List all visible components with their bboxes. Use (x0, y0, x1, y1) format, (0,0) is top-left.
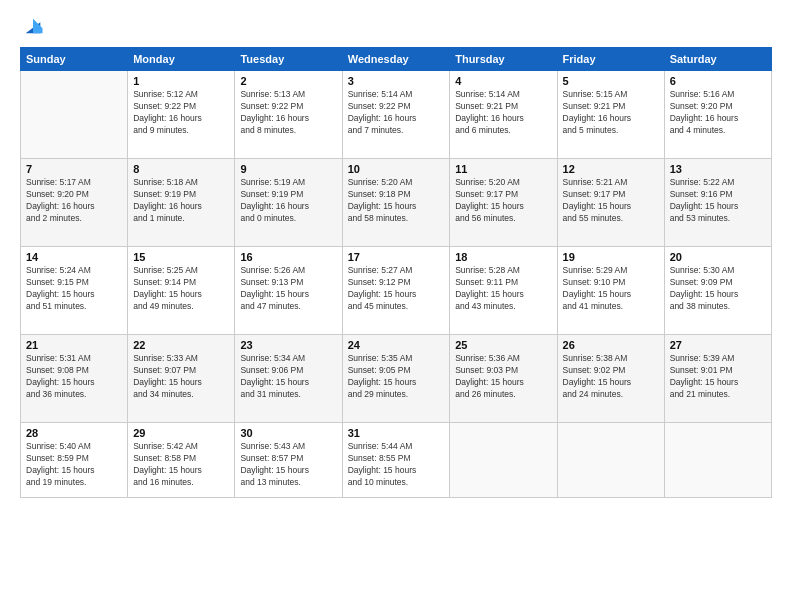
day-info: Sunrise: 5:20 AM Sunset: 9:17 PM Dayligh… (455, 177, 551, 225)
day-number: 16 (240, 251, 336, 263)
day-number: 24 (348, 339, 445, 351)
day-info: Sunrise: 5:38 AM Sunset: 9:02 PM Dayligh… (563, 353, 659, 401)
calendar-cell: 3Sunrise: 5:14 AM Sunset: 9:22 PM Daylig… (342, 71, 450, 159)
day-info: Sunrise: 5:27 AM Sunset: 9:12 PM Dayligh… (348, 265, 445, 313)
weekday-header-tuesday: Tuesday (235, 48, 342, 71)
calendar-week-row: 1Sunrise: 5:12 AM Sunset: 9:22 PM Daylig… (21, 71, 772, 159)
day-number: 1 (133, 75, 229, 87)
day-info: Sunrise: 5:29 AM Sunset: 9:10 PM Dayligh… (563, 265, 659, 313)
day-number: 27 (670, 339, 766, 351)
day-info: Sunrise: 5:40 AM Sunset: 8:59 PM Dayligh… (26, 441, 122, 489)
day-number: 20 (670, 251, 766, 263)
day-info: Sunrise: 5:31 AM Sunset: 9:08 PM Dayligh… (26, 353, 122, 401)
calendar-cell: 9Sunrise: 5:19 AM Sunset: 9:19 PM Daylig… (235, 159, 342, 247)
day-info: Sunrise: 5:19 AM Sunset: 9:19 PM Dayligh… (240, 177, 336, 225)
day-info: Sunrise: 5:22 AM Sunset: 9:16 PM Dayligh… (670, 177, 766, 225)
calendar-cell: 12Sunrise: 5:21 AM Sunset: 9:17 PM Dayli… (557, 159, 664, 247)
day-info: Sunrise: 5:33 AM Sunset: 9:07 PM Dayligh… (133, 353, 229, 401)
calendar-cell (21, 71, 128, 159)
calendar-table: SundayMondayTuesdayWednesdayThursdayFrid… (20, 47, 772, 498)
header (20, 15, 772, 37)
calendar-cell (450, 423, 557, 498)
calendar-cell: 8Sunrise: 5:18 AM Sunset: 9:19 PM Daylig… (128, 159, 235, 247)
day-number: 10 (348, 163, 445, 175)
weekday-header-saturday: Saturday (664, 48, 771, 71)
day-info: Sunrise: 5:12 AM Sunset: 9:22 PM Dayligh… (133, 89, 229, 137)
day-info: Sunrise: 5:42 AM Sunset: 8:58 PM Dayligh… (133, 441, 229, 489)
calendar-cell: 25Sunrise: 5:36 AM Sunset: 9:03 PM Dayli… (450, 335, 557, 423)
calendar-week-row: 28Sunrise: 5:40 AM Sunset: 8:59 PM Dayli… (21, 423, 772, 498)
day-number: 30 (240, 427, 336, 439)
day-number: 12 (563, 163, 659, 175)
day-info: Sunrise: 5:28 AM Sunset: 9:11 PM Dayligh… (455, 265, 551, 313)
day-number: 7 (26, 163, 122, 175)
calendar-cell: 4Sunrise: 5:14 AM Sunset: 9:21 PM Daylig… (450, 71, 557, 159)
day-number: 9 (240, 163, 336, 175)
weekday-header-friday: Friday (557, 48, 664, 71)
calendar-cell: 19Sunrise: 5:29 AM Sunset: 9:10 PM Dayli… (557, 247, 664, 335)
calendar-cell: 17Sunrise: 5:27 AM Sunset: 9:12 PM Dayli… (342, 247, 450, 335)
day-number: 29 (133, 427, 229, 439)
day-number: 19 (563, 251, 659, 263)
weekday-header-thursday: Thursday (450, 48, 557, 71)
day-info: Sunrise: 5:35 AM Sunset: 9:05 PM Dayligh… (348, 353, 445, 401)
day-info: Sunrise: 5:20 AM Sunset: 9:18 PM Dayligh… (348, 177, 445, 225)
day-number: 11 (455, 163, 551, 175)
logo (20, 15, 44, 37)
calendar-cell: 11Sunrise: 5:20 AM Sunset: 9:17 PM Dayli… (450, 159, 557, 247)
calendar-week-row: 14Sunrise: 5:24 AM Sunset: 9:15 PM Dayli… (21, 247, 772, 335)
day-info: Sunrise: 5:34 AM Sunset: 9:06 PM Dayligh… (240, 353, 336, 401)
day-number: 6 (670, 75, 766, 87)
calendar-cell (664, 423, 771, 498)
weekday-header-sunday: Sunday (21, 48, 128, 71)
calendar-cell: 26Sunrise: 5:38 AM Sunset: 9:02 PM Dayli… (557, 335, 664, 423)
calendar-cell: 7Sunrise: 5:17 AM Sunset: 9:20 PM Daylig… (21, 159, 128, 247)
logo-icon (22, 15, 44, 37)
day-info: Sunrise: 5:18 AM Sunset: 9:19 PM Dayligh… (133, 177, 229, 225)
calendar-cell: 23Sunrise: 5:34 AM Sunset: 9:06 PM Dayli… (235, 335, 342, 423)
day-number: 26 (563, 339, 659, 351)
day-number: 28 (26, 427, 122, 439)
calendar-cell (557, 423, 664, 498)
day-info: Sunrise: 5:16 AM Sunset: 9:20 PM Dayligh… (670, 89, 766, 137)
calendar-cell: 14Sunrise: 5:24 AM Sunset: 9:15 PM Dayli… (21, 247, 128, 335)
calendar-cell: 28Sunrise: 5:40 AM Sunset: 8:59 PM Dayli… (21, 423, 128, 498)
day-info: Sunrise: 5:17 AM Sunset: 9:20 PM Dayligh… (26, 177, 122, 225)
day-number: 2 (240, 75, 336, 87)
day-info: Sunrise: 5:25 AM Sunset: 9:14 PM Dayligh… (133, 265, 229, 313)
day-number: 4 (455, 75, 551, 87)
day-info: Sunrise: 5:30 AM Sunset: 9:09 PM Dayligh… (670, 265, 766, 313)
day-info: Sunrise: 5:21 AM Sunset: 9:17 PM Dayligh… (563, 177, 659, 225)
day-info: Sunrise: 5:43 AM Sunset: 8:57 PM Dayligh… (240, 441, 336, 489)
day-number: 22 (133, 339, 229, 351)
calendar-cell: 29Sunrise: 5:42 AM Sunset: 8:58 PM Dayli… (128, 423, 235, 498)
calendar-cell: 21Sunrise: 5:31 AM Sunset: 9:08 PM Dayli… (21, 335, 128, 423)
day-info: Sunrise: 5:26 AM Sunset: 9:13 PM Dayligh… (240, 265, 336, 313)
weekday-header-row: SundayMondayTuesdayWednesdayThursdayFrid… (21, 48, 772, 71)
svg-marker-1 (33, 19, 43, 34)
day-number: 3 (348, 75, 445, 87)
page: SundayMondayTuesdayWednesdayThursdayFrid… (0, 0, 792, 612)
calendar-cell: 2Sunrise: 5:13 AM Sunset: 9:22 PM Daylig… (235, 71, 342, 159)
calendar-cell: 20Sunrise: 5:30 AM Sunset: 9:09 PM Dayli… (664, 247, 771, 335)
calendar-cell: 16Sunrise: 5:26 AM Sunset: 9:13 PM Dayli… (235, 247, 342, 335)
day-number: 14 (26, 251, 122, 263)
calendar-cell: 24Sunrise: 5:35 AM Sunset: 9:05 PM Dayli… (342, 335, 450, 423)
day-number: 13 (670, 163, 766, 175)
day-info: Sunrise: 5:36 AM Sunset: 9:03 PM Dayligh… (455, 353, 551, 401)
day-info: Sunrise: 5:24 AM Sunset: 9:15 PM Dayligh… (26, 265, 122, 313)
day-info: Sunrise: 5:14 AM Sunset: 9:22 PM Dayligh… (348, 89, 445, 137)
weekday-header-monday: Monday (128, 48, 235, 71)
day-info: Sunrise: 5:13 AM Sunset: 9:22 PM Dayligh… (240, 89, 336, 137)
calendar-week-row: 21Sunrise: 5:31 AM Sunset: 9:08 PM Dayli… (21, 335, 772, 423)
day-number: 8 (133, 163, 229, 175)
calendar-cell: 6Sunrise: 5:16 AM Sunset: 9:20 PM Daylig… (664, 71, 771, 159)
calendar-week-row: 7Sunrise: 5:17 AM Sunset: 9:20 PM Daylig… (21, 159, 772, 247)
calendar-cell: 31Sunrise: 5:44 AM Sunset: 8:55 PM Dayli… (342, 423, 450, 498)
day-info: Sunrise: 5:15 AM Sunset: 9:21 PM Dayligh… (563, 89, 659, 137)
calendar-cell: 1Sunrise: 5:12 AM Sunset: 9:22 PM Daylig… (128, 71, 235, 159)
calendar-cell: 30Sunrise: 5:43 AM Sunset: 8:57 PM Dayli… (235, 423, 342, 498)
calendar-cell: 27Sunrise: 5:39 AM Sunset: 9:01 PM Dayli… (664, 335, 771, 423)
calendar-cell: 10Sunrise: 5:20 AM Sunset: 9:18 PM Dayli… (342, 159, 450, 247)
weekday-header-wednesday: Wednesday (342, 48, 450, 71)
